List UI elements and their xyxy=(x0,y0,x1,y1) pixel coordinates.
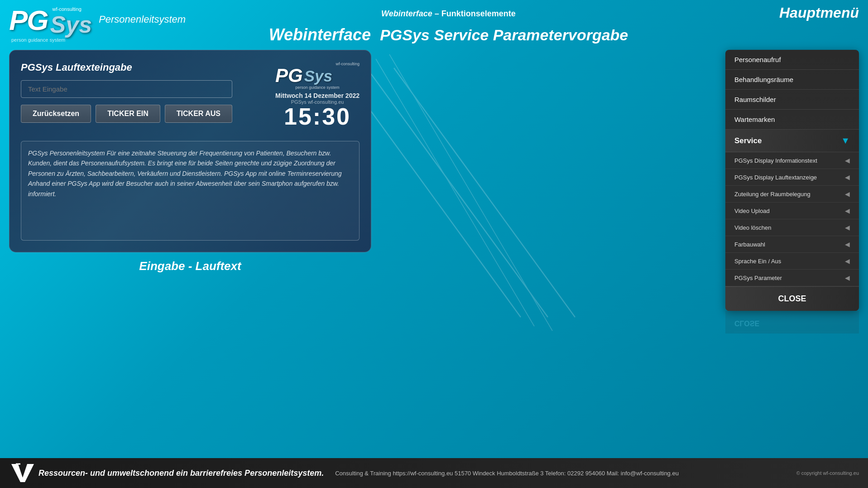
ticker-aus-button[interactable]: TICKER AUS xyxy=(165,105,232,123)
header: PG wf-consulting Sys Personenleitsystem … xyxy=(0,0,868,50)
sidebar-sub-label: PGSys Display Informationstext xyxy=(734,157,817,164)
sidebar-sub-label: Sprache Ein / Aus xyxy=(734,258,781,265)
sidebar-sub-raumbelegung[interactable]: Zuteilung der Raumbelegung ◀ xyxy=(725,186,859,203)
logo-sys: Sys xyxy=(50,11,92,38)
chevron-down-icon: ▼ xyxy=(841,135,850,146)
panel-right: wf-consulting PG Sys person guidance sys… xyxy=(275,62,360,128)
sidebar-item-label: Wartemarken xyxy=(734,116,775,123)
panel-logo-pg: PG xyxy=(275,66,303,85)
sidebar-sub-parameter[interactable]: PGSys Parameter ◀ xyxy=(725,270,859,286)
header-subtitle: Webinterface – Funktionselemente xyxy=(381,9,516,19)
arrow-icon: ◀ xyxy=(845,274,850,281)
sidebar-sub-display-lauftext[interactable]: PGSys Display Lauftextanzeige ◀ xyxy=(725,169,859,186)
button-row: Zurücksetzen TICKER EIN TICKER AUS xyxy=(21,105,232,123)
panel-logo-pgsys: PG Sys xyxy=(275,66,360,85)
logo-person-guidance: person guidance system xyxy=(11,37,136,43)
arrow-icon: ◀ xyxy=(845,207,850,214)
sidebar-sub-label: Zuteilung der Raumbelegung xyxy=(734,191,810,198)
pgsys-logo: PG wf-consulting Sys Personenleitsystem xyxy=(9,5,136,36)
clock-date: Mittwoch 14 Dezember 2022 xyxy=(275,92,360,99)
sidebar-item-wartemarken[interactable]: Wartemarken xyxy=(725,110,859,130)
footer-info: Consulting & Training https://wf-consult… xyxy=(335,470,679,477)
panel-logo-sys: Sys xyxy=(304,68,332,84)
panel-left: PGSys Lauftexteingabe Zurücksetzen TICKE… xyxy=(21,62,232,132)
clock-area: Mittwoch 14 Dezember 2022 PGSys wf-consu… xyxy=(275,92,360,128)
header-title-row: Webinterface PGSys Service Parametervorg… xyxy=(269,25,628,44)
wf-logo-icon xyxy=(9,462,36,484)
logo-pg: PG xyxy=(9,6,48,34)
sidebar-item-label: Behandlungsräume xyxy=(734,76,793,83)
sidebar-sub-label: Farbauwahl xyxy=(734,241,765,248)
display-text: PGSys Personenleitsystem Für eine zeitna… xyxy=(28,148,352,199)
header-pgsys-service-label: PGSys Service Parametervorgabe xyxy=(380,26,628,44)
footer-tagline: Ressourcen- und umweltschonend ein barri… xyxy=(38,469,324,478)
footer: Ressourcen- und umweltschonend ein barri… xyxy=(0,458,868,488)
sidebar-sub-display-info[interactable]: PGSys Display Informationstext ◀ xyxy=(725,152,859,169)
arrow-icon: ◀ xyxy=(845,257,850,265)
sidebar-menu: Personenaufruf Behandlungsräume Raumschi… xyxy=(725,50,859,311)
sidebar-item-behandlungsraume[interactable]: Behandlungsräume xyxy=(725,70,859,90)
text-input[interactable] xyxy=(21,80,232,98)
panel-logo: wf-consulting PG Sys person guidance sys… xyxy=(275,62,360,90)
header-hauptmenu-label: Hauptmenü xyxy=(779,5,859,21)
ticker-ein-button[interactable]: TICKER EIN xyxy=(96,105,160,123)
close-button[interactable]: CLOSE xyxy=(725,286,859,311)
main-content: PGSys Lauftexteingabe Zurücksetzen TICKE… xyxy=(0,50,868,333)
footer-wf-logo: Ressourcen- und umweltschonend ein barri… xyxy=(9,462,324,484)
panel-title: PGSys Lauftexteingabe xyxy=(21,62,232,73)
header-webinterface-label: Webinterface xyxy=(269,25,371,44)
sidebar-sub-video-loschen[interactable]: Video löschen ◀ xyxy=(725,219,859,236)
panel-top-row: PGSys Lauftexteingabe Zurücksetzen TICKE… xyxy=(21,62,360,132)
sidebar-item-label: Personenaufruf xyxy=(734,56,781,63)
reset-button[interactable]: Zurücksetzen xyxy=(21,105,91,123)
sidebar-sub-label: PGSys Display Lauftextanzeige xyxy=(734,174,817,181)
sidebar-item-personenaufruf[interactable]: Personenaufruf xyxy=(725,50,859,70)
text-display-area: PGSys Personenleitsystem Für eine zeitna… xyxy=(21,141,360,241)
arrow-icon: ◀ xyxy=(845,190,850,198)
footer-copyright: © copyright wf-consulting.eu xyxy=(796,470,859,476)
panel-caption: Eingabe - Lauftext xyxy=(9,259,371,273)
svg-marker-5 xyxy=(11,464,34,482)
arrow-icon: ◀ xyxy=(845,241,850,248)
sidebar-item-label: Raumschilder xyxy=(734,96,776,103)
arrow-icon: ◀ xyxy=(845,224,850,231)
header-center: Webinterface – Funktionselemente Webinte… xyxy=(136,5,761,44)
lauftext-panel: PGSys Lauftexteingabe Zurücksetzen TICKE… xyxy=(9,50,371,252)
sidebar-sub-label: PGSys Parameter xyxy=(734,275,782,281)
sidebar-sub-label: Video Upload xyxy=(734,208,770,214)
sidebar-item-raumschilder[interactable]: Raumschilder xyxy=(725,90,859,110)
arrow-icon: ◀ xyxy=(845,157,850,164)
sidebar-sub-sprache[interactable]: Sprache Ein / Aus ◀ xyxy=(725,253,859,270)
sidebar-sub-label: Video löschen xyxy=(734,224,771,231)
logo-area: PG wf-consulting Sys Personenleitsystem … xyxy=(9,5,136,43)
sidebar-sub-video-upload[interactable]: Video Upload ◀ xyxy=(725,203,859,219)
sidebar-item-label: Service xyxy=(734,136,762,145)
clock-time: 15:30 xyxy=(275,105,360,128)
sidebar-item-service[interactable]: Service ▼ xyxy=(725,130,859,152)
sidebar-sub-farbauwahl[interactable]: Farbauwahl ◀ xyxy=(725,236,859,253)
arrow-icon: ◀ xyxy=(845,174,850,181)
